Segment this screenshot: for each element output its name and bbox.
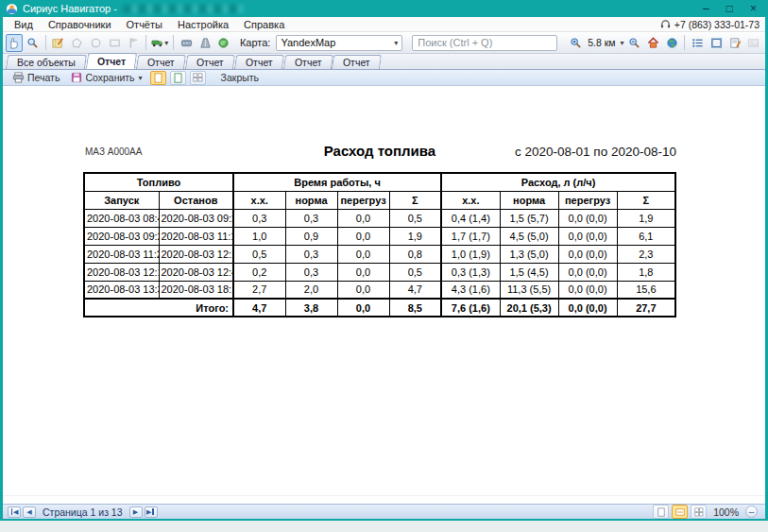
prev-page-button[interactable]: ◀ bbox=[23, 506, 36, 518]
col-norm-fuel: норма bbox=[500, 191, 558, 209]
headset-icon bbox=[660, 19, 671, 29]
col-sum-time: Σ bbox=[389, 191, 441, 209]
map-provider-value: YandexMap bbox=[281, 37, 335, 48]
chevron-down-icon[interactable]: ▾ bbox=[621, 39, 624, 47]
select-area-button[interactable] bbox=[708, 34, 725, 52]
map-scale-value[interactable]: 5.8 км bbox=[588, 37, 615, 48]
menu-directories[interactable]: Справочники bbox=[41, 19, 119, 30]
tab-report-1[interactable]: Отчет bbox=[86, 53, 138, 69]
printer-icon bbox=[12, 72, 25, 83]
app-window: Сириус Навигатор - – □ × Вид Справочники… bbox=[0, 0, 768, 521]
print-button[interactable]: Печать bbox=[9, 71, 63, 85]
zoom-out-button[interactable] bbox=[626, 34, 643, 52]
tab-report-3[interactable]: Отчет bbox=[185, 55, 235, 69]
view-single-page-button[interactable] bbox=[150, 71, 166, 85]
col-idle-fuel: х.х. bbox=[441, 191, 500, 209]
edit-notes-button[interactable] bbox=[726, 34, 743, 52]
status-view-multi-button[interactable] bbox=[691, 505, 707, 519]
flag-icon bbox=[128, 37, 140, 49]
circle-icon bbox=[90, 37, 102, 49]
toolbar-separator bbox=[173, 35, 174, 50]
continuous-page-icon bbox=[174, 73, 182, 83]
tab-report-4[interactable]: Отчет bbox=[234, 55, 284, 69]
search-input[interactable] bbox=[412, 35, 557, 51]
last-page-button[interactable]: ▶ bbox=[145, 506, 158, 518]
table-group-header-row: Топливо Время работы, ч Расход, л (л/ч) bbox=[84, 173, 675, 191]
menu-view[interactable]: Вид bbox=[7, 19, 41, 30]
route-button[interactable] bbox=[178, 34, 195, 52]
view-continuous-button[interactable] bbox=[170, 71, 186, 85]
status-view-fit-button[interactable] bbox=[672, 505, 688, 519]
main-toolbar: ▾ Карта: YandexMap ▾ bbox=[3, 32, 765, 54]
maximize-button[interactable]: □ bbox=[726, 1, 733, 16]
col-idle-time: х.х. bbox=[233, 191, 285, 209]
snapshot-button[interactable] bbox=[745, 34, 762, 52]
toolbar-separator bbox=[145, 35, 146, 50]
geo-layers-button[interactable] bbox=[215, 34, 232, 52]
world-view-button[interactable] bbox=[663, 34, 680, 52]
selection-frame-icon bbox=[710, 37, 723, 49]
col-start: Запуск bbox=[84, 191, 159, 209]
home-view-button[interactable] bbox=[644, 34, 661, 52]
title-bar: Сириус Навигатор - – □ × bbox=[0, 0, 768, 17]
table-row: 2020-08-03 12:162020-08-03 12:48 0,20,3 … bbox=[84, 263, 675, 281]
multi-page-icon bbox=[694, 507, 704, 517]
view-multi-page-button[interactable] bbox=[190, 71, 206, 85]
map-label: Карта: bbox=[240, 37, 271, 48]
table-total-row: Итого: 4,73,8 0,08,5 7,6 (1,6)20,1 (5,3)… bbox=[84, 299, 675, 317]
minimize-button[interactable]: – bbox=[703, 1, 709, 16]
road-button[interactable] bbox=[196, 34, 213, 52]
draw-polygon-button[interactable] bbox=[69, 34, 86, 52]
report-period: с 2020-08-01 по 2020-08-10 bbox=[515, 145, 676, 159]
menu-settings[interactable]: Настройка bbox=[170, 19, 236, 30]
tab-report-2[interactable]: Отчет bbox=[136, 55, 186, 69]
flag-marker-button[interactable] bbox=[125, 34, 142, 52]
tab-report-6[interactable]: Отчет bbox=[332, 55, 382, 69]
hand-icon bbox=[8, 37, 20, 49]
total-label: Итого: bbox=[84, 299, 233, 317]
first-page-button[interactable]: ◀ bbox=[8, 506, 21, 518]
zoom-out-page-button[interactable]: – bbox=[745, 506, 758, 518]
object-list-button[interactable] bbox=[689, 34, 706, 52]
multi-page-icon bbox=[193, 73, 203, 82]
draw-rectangle-button[interactable] bbox=[107, 34, 124, 52]
tab-report-5[interactable]: Отчет bbox=[282, 55, 333, 69]
zoom-in-icon bbox=[570, 37, 582, 49]
chevron-down-icon: ▾ bbox=[394, 39, 398, 47]
save-floppy-icon bbox=[71, 72, 82, 83]
menu-help[interactable]: Справка bbox=[236, 19, 292, 30]
table-header-row: Запуск Останов х.х. норма перегруз Σ х.х… bbox=[84, 191, 675, 209]
col-overload-time: перегруз bbox=[337, 191, 389, 209]
fit-width-icon bbox=[675, 507, 685, 517]
horizontal-scrollbar[interactable] bbox=[3, 495, 765, 504]
polygon-icon bbox=[71, 37, 83, 49]
rectangle-icon bbox=[109, 37, 121, 49]
close-button[interactable]: × bbox=[750, 1, 757, 16]
redacted-company-name bbox=[123, 5, 244, 13]
page-indicator: Страница 1 из 13 bbox=[43, 506, 123, 518]
tab-all-objects[interactable]: Все объекты bbox=[6, 55, 87, 69]
map-provider-select[interactable]: YandexMap ▾ bbox=[276, 35, 402, 51]
menu-reports[interactable]: Отчёты bbox=[119, 19, 170, 30]
last-page-icon bbox=[152, 508, 154, 515]
report-view: МАЗ A000AA Расход топлива с 2020-08-01 п… bbox=[3, 86, 765, 495]
menu-bar: Вид Справочники Отчёты Настройка Справка… bbox=[3, 17, 765, 32]
chevron-down-icon: ▾ bbox=[139, 74, 143, 82]
edit-map-button[interactable] bbox=[50, 34, 67, 52]
home-icon bbox=[647, 37, 659, 49]
zoom-tool-button[interactable] bbox=[25, 34, 42, 52]
road-icon bbox=[199, 37, 212, 49]
support-phone: +7 (863) 333-01-73 bbox=[660, 19, 765, 30]
next-page-button[interactable]: ▶ bbox=[129, 506, 143, 518]
fuel-report-table: Топливо Время работы, ч Расход, л (л/ч) … bbox=[83, 172, 676, 317]
pan-hand-button[interactable] bbox=[6, 34, 23, 52]
vehicle-tool-button[interactable]: ▾ bbox=[150, 34, 169, 52]
save-button[interactable]: Сохранить ▾ bbox=[67, 71, 145, 85]
group-fuel: Топливо bbox=[84, 173, 233, 191]
notepad-pencil-icon bbox=[729, 37, 742, 49]
close-report-button[interactable]: Закрыть bbox=[217, 71, 263, 85]
toolbar-separator bbox=[45, 35, 46, 50]
draw-circle-button[interactable] bbox=[88, 34, 105, 52]
zoom-in-button[interactable] bbox=[567, 34, 584, 52]
status-view-single-button[interactable] bbox=[653, 505, 669, 519]
